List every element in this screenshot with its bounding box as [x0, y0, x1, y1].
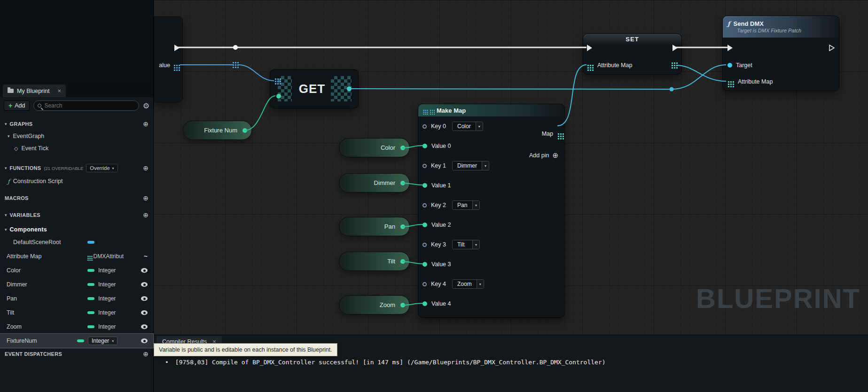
collapse-arrow-icon[interactable]: ▾ [5, 213, 7, 217]
variable-node-color[interactable]: Color [339, 138, 410, 157]
map-input-pin[interactable] [587, 65, 589, 66]
add-function-button[interactable]: ⊕ [143, 164, 149, 172]
map-input-pin[interactable] [728, 81, 729, 83]
blueprint-graph-canvas[interactable]: BLUEPRINT alue [154, 0, 868, 335]
map-output[interactable]: Map [542, 131, 559, 137]
variable-node-fixture-num[interactable]: Fixture Num [183, 121, 252, 140]
set-attribute-map-node[interactable]: SET Attribute Map [583, 33, 682, 75]
settings-gear-icon[interactable]: ⚙ [143, 101, 149, 110]
index-input-pin[interactable] [276, 94, 281, 99]
variable-node-pan[interactable]: Pan [339, 217, 410, 236]
event-dispatchers-section-header[interactable]: EVENT DISPATCHERS ⊕ [0, 348, 153, 360]
variable-node-dimmer[interactable]: Dimmer [339, 173, 410, 192]
value-input-pin[interactable] [422, 262, 427, 267]
search-box[interactable] [33, 100, 139, 111]
key-input-pin[interactable] [422, 243, 427, 247]
array-input-pin[interactable] [275, 78, 276, 80]
add-macro-button[interactable]: ⊕ [143, 194, 149, 202]
variable-node-zoom[interactable]: Zoom [339, 295, 410, 315]
struct-grid-pin[interactable] [174, 65, 175, 66]
key-input-pin[interactable] [422, 282, 427, 286]
variable-tooltip: Variable is public and is editable on ea… [154, 343, 337, 356]
variable-row-zoom[interactable]: Zoom Integer [0, 320, 153, 334]
sidebar-item-construction-script[interactable]: ƒ Construction Script [0, 175, 153, 187]
visibility-eye-icon[interactable] [141, 282, 148, 287]
make-map-node[interactable]: Make Map Key 0 Color ▾ Value 0 Key 1 Dim… [418, 104, 565, 318]
visibility-eye-icon[interactable] [141, 268, 148, 273]
variables-section-header[interactable]: ▾ VARIABLES ⊕ [0, 209, 153, 221]
array-get-node[interactable]: GET [270, 69, 359, 108]
visibility-eye-icon[interactable] [141, 296, 148, 301]
output-pin[interactable] [400, 224, 405, 229]
exec-in-pin[interactable] [727, 45, 733, 51]
add-button[interactable]: + Add [4, 100, 30, 111]
key-input-pin[interactable] [422, 124, 427, 129]
variable-row-fixturenum[interactable]: FixtureNum Integer ▾ [0, 334, 153, 348]
variable-row-tilt[interactable]: Tilt Integer [0, 306, 153, 320]
my-blueprint-panel: My Blueprint × + Add ⚙ ▾ GRAPHS ⊕ ▾ Even… [0, 0, 154, 392]
add-graph-button[interactable]: ⊕ [143, 120, 149, 128]
sidebar-item-event-tick[interactable]: ◇ Event Tick [0, 142, 153, 154]
sidebar-item-eventgraph[interactable]: ▾ EventGraph [0, 130, 153, 142]
close-icon[interactable]: × [57, 87, 61, 94]
blueprint-watermark: BLUEPRINT [696, 283, 860, 314]
map-output-pin[interactable] [672, 62, 673, 64]
exec-out-pin-hollow[interactable] [829, 45, 835, 51]
output-pin[interactable] [400, 303, 405, 307]
value-input-pin[interactable] [422, 144, 427, 148]
exec-out-pin[interactable] [673, 45, 678, 51]
key-enum-dropdown[interactable]: Pan ▾ [452, 200, 480, 210]
collapse-arrow-icon[interactable]: ▾ [8, 134, 10, 138]
macros-section-header[interactable]: MACROS ⊕ [0, 192, 153, 204]
value-input-pin[interactable] [422, 301, 427, 306]
collapse-arrow-icon[interactable]: ▾ [5, 122, 7, 126]
value-input-pin[interactable] [422, 183, 427, 188]
visibility-eye-icon[interactable] [141, 324, 148, 329]
collapse-arrow-icon[interactable]: ▾ [5, 227, 7, 232]
clipped-node[interactable]: alue [154, 16, 183, 102]
value-input-pin[interactable] [422, 223, 427, 227]
visibility-eye-icon[interactable] [141, 338, 148, 343]
output-pin[interactable] [400, 146, 405, 150]
functions-section-header[interactable]: ▾ FUNCTIONS (21 OVERRIDABLE Override ▾ ⊕ [0, 161, 153, 175]
search-input[interactable] [44, 102, 134, 109]
key-enum-dropdown[interactable]: Dimmer ▾ [452, 161, 489, 170]
key-input-pin[interactable] [422, 164, 427, 168]
visibility-eye-icon[interactable] [141, 310, 148, 315]
component-row-defaultsceneroot[interactable]: DefaultSceneRoot [0, 235, 153, 249]
key-input-pin[interactable] [422, 203, 427, 208]
variable-row-color[interactable]: Color Integer [0, 263, 153, 277]
output-pin[interactable] [400, 181, 405, 185]
variable-row-pan[interactable]: Pan Integer [0, 292, 153, 306]
output-pin[interactable] [400, 259, 405, 264]
variable-row-attribute-map[interactable]: Attribute Map DMXAttribut ~ [0, 249, 153, 263]
collapse-arrow-icon[interactable]: ▾ [5, 166, 7, 170]
reroute-struct-pin[interactable] [233, 62, 234, 63]
add-event-dispatcher-button[interactable]: ⊕ [143, 350, 149, 358]
object-input-pin[interactable] [727, 63, 732, 68]
graphs-section-header[interactable]: ▾ GRAPHS ⊕ [0, 118, 153, 130]
key-enum-dropdown[interactable]: Tilt ▾ [452, 240, 480, 249]
exec-in-pin[interactable] [587, 45, 592, 51]
exec-out-pin[interactable] [174, 45, 180, 51]
attribute-map-input[interactable]: Attribute Map [728, 78, 773, 85]
value-out-pin[interactable]: alue [159, 61, 180, 69]
add-pin-button[interactable]: Add pin ⊕ [529, 151, 558, 160]
target-input[interactable]: Target [727, 61, 752, 69]
override-dropdown[interactable]: Override ▾ [86, 164, 117, 172]
key-enum-dropdown[interactable]: Zoom ▾ [452, 279, 484, 289]
output-pin[interactable] [242, 128, 247, 133]
variable-type-dropdown[interactable]: Integer ▾ [88, 337, 117, 345]
integer-type-icon [87, 311, 94, 314]
key-enum-dropdown[interactable]: Color ▾ [452, 122, 483, 131]
variable-row-dimmer[interactable]: Dimmer Integer [0, 277, 153, 292]
attribute-map-input[interactable]: Attribute Map [587, 61, 632, 69]
map-output-pin[interactable] [558, 133, 559, 135]
components-category-header[interactable]: ▾ Components [0, 224, 153, 235]
send-dmx-node[interactable]: ƒ Send DMX Target is DMX Fixture Patch T… [722, 15, 839, 91]
add-variable-button[interactable]: ⊕ [143, 211, 149, 219]
variable-node-tilt[interactable]: Tilt [339, 252, 410, 271]
element-output-pin[interactable] [347, 86, 352, 91]
panel-toolbar: + Add ⚙ [0, 97, 153, 114]
tab-my-blueprint[interactable]: My Blueprint × [3, 85, 66, 97]
